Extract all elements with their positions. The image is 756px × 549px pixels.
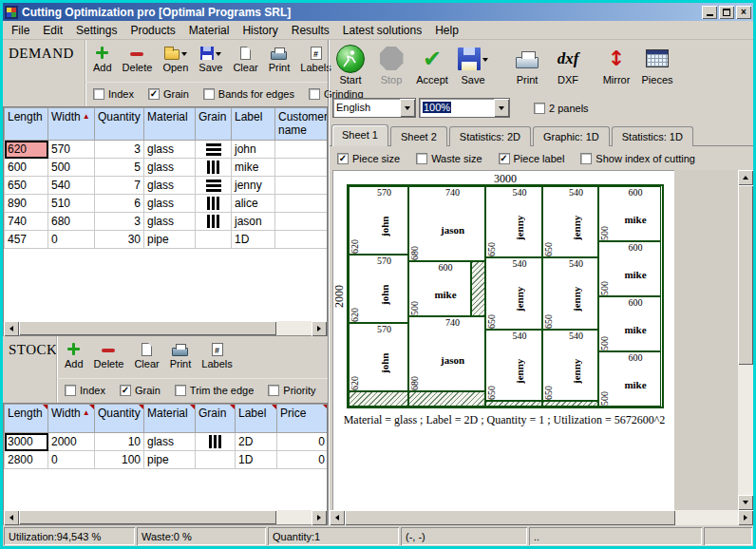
column-header-price[interactable]: Price	[277, 405, 329, 433]
print-button[interactable]: Print	[510, 43, 544, 85]
cell-price[interactable]: 0	[277, 433, 329, 451]
checkbox-grain[interactable]: ✓Grain	[120, 385, 161, 396]
cell-length[interactable]: 2800	[5, 451, 48, 469]
scroll-thumb[interactable]	[345, 510, 675, 525]
column-header-grain[interactable]: Grain	[196, 108, 232, 141]
scroll-track[interactable]	[738, 185, 753, 495]
scroll-left-button[interactable]	[4, 510, 19, 525]
tab-sheet-2[interactable]: Sheet 2	[390, 126, 447, 146]
scroll-left-button[interactable]	[330, 510, 345, 525]
cell-customer[interactable]	[275, 141, 329, 159]
accept-button[interactable]: ✔Accept	[415, 43, 449, 85]
scroll-track[interactable]	[345, 510, 738, 525]
scroll-thumb[interactable]	[19, 321, 276, 335]
cell-grain[interactable]	[196, 141, 232, 159]
add-button[interactable]: Add	[65, 340, 84, 369]
cell-length[interactable]: 600	[5, 159, 48, 177]
delete-button[interactable]: Delete	[94, 340, 124, 369]
cell-width[interactable]: 0	[48, 451, 95, 469]
maximize-button[interactable]	[719, 6, 734, 19]
cell-customer[interactable]	[275, 159, 329, 177]
cell-quantity[interactable]: 6	[95, 195, 144, 213]
cell-material[interactable]: glass	[144, 159, 196, 177]
cell-material[interactable]: glass	[144, 213, 196, 231]
cell-length[interactable]: 650	[5, 177, 48, 195]
scroll-down-button[interactable]	[738, 495, 753, 510]
cell-customer[interactable]	[275, 213, 329, 231]
pieces-button[interactable]: Pieces	[640, 43, 674, 85]
menu-item-history[interactable]: History	[236, 21, 284, 40]
cell-material[interactable]: glass	[144, 177, 196, 195]
scroll-right-button[interactable]	[312, 321, 327, 336]
tab-graphic-1d[interactable]: Graphic: 1D	[533, 126, 610, 146]
column-header-material[interactable]: Material	[144, 405, 196, 433]
tab-statistics-2d[interactable]: Statistics: 2D	[449, 126, 531, 146]
cell-grain[interactable]	[196, 195, 232, 213]
cell-grain[interactable]	[196, 231, 232, 249]
cell-label[interactable]: alice	[232, 195, 275, 213]
diagram-vertical-scrollbar[interactable]	[738, 170, 753, 510]
column-header-customer-name[interactable]: Customer name	[275, 108, 329, 141]
zoom-dropdown-button[interactable]	[494, 99, 509, 117]
checkbox-index[interactable]: Index	[65, 385, 105, 396]
scroll-track[interactable]	[19, 510, 312, 524]
print-button[interactable]: Print	[170, 340, 192, 369]
column-header-length[interactable]: Length	[5, 405, 48, 433]
checkbox-grain[interactable]: ✓Grain	[148, 88, 189, 100]
cell-grain[interactable]	[196, 177, 232, 195]
cell-material[interactable]: glass	[144, 141, 196, 159]
cell-material[interactable]: glass	[144, 433, 196, 451]
column-header-label[interactable]: Label	[232, 108, 275, 141]
labels-button[interactable]: Labels	[201, 340, 232, 369]
column-header-quantity[interactable]: Quantity	[95, 405, 144, 433]
cell-customer[interactable]	[275, 231, 329, 249]
cell-length[interactable]: 3000	[5, 433, 48, 451]
column-header-length[interactable]: Length	[5, 108, 48, 141]
cell-quantity[interactable]: 3	[95, 213, 144, 231]
demand-table-horizontal-scrollbar[interactable]	[3, 321, 328, 336]
cell-quantity[interactable]: 7	[95, 177, 144, 195]
checkbox-2-panels[interactable]: 2 panels	[534, 103, 589, 114]
zoom-select[interactable]: 100%	[419, 98, 510, 118]
cell-length[interactable]: 740	[5, 213, 48, 231]
checkbox-priority[interactable]: Priority	[268, 385, 315, 396]
tab-statistics-1d[interactable]: Statistics: 1D	[612, 126, 693, 146]
scroll-thumb[interactable]	[19, 510, 276, 524]
cell-quantity[interactable]: 5	[95, 159, 144, 177]
menu-item-edit[interactable]: Edit	[36, 21, 69, 40]
checkbox-index[interactable]: Index	[93, 88, 134, 100]
cell-label[interactable]: 1D	[236, 451, 277, 469]
column-header-width[interactable]: Width▲	[48, 405, 95, 433]
language-dropdown-button[interactable]	[400, 99, 415, 117]
menu-item-help[interactable]: Help	[428, 21, 465, 40]
cell-label[interactable]: john	[232, 141, 275, 159]
column-header-material[interactable]: Material	[144, 108, 196, 141]
cell-width[interactable]: 570	[48, 141, 95, 159]
cell-label[interactable]: 1D	[232, 231, 275, 249]
close-button[interactable]: ×	[736, 6, 751, 19]
scroll-right-button[interactable]	[312, 510, 327, 525]
cell-material[interactable]: pipe	[144, 231, 196, 249]
cell-label[interactable]: jenny	[232, 177, 275, 195]
menu-item-latest-solutions[interactable]: Latest solutions	[336, 21, 428, 40]
cell-grain[interactable]	[196, 451, 236, 469]
cell-length[interactable]: 620	[5, 141, 48, 159]
tab-sheet-1[interactable]: Sheet 1	[331, 124, 388, 146]
column-header-quantity[interactable]: Quantity	[95, 108, 144, 141]
start-button[interactable]: Start	[333, 43, 368, 85]
cell-quantity[interactable]: 100	[95, 451, 144, 469]
labels-button[interactable]: Labels	[300, 44, 331, 73]
scroll-left-button[interactable]	[4, 321, 19, 336]
save-button[interactable]: Save	[456, 43, 490, 85]
cell-customer[interactable]	[275, 177, 329, 195]
scroll-track[interactable]	[19, 321, 312, 335]
delete-button[interactable]: Delete	[123, 44, 153, 73]
scroll-up-button[interactable]	[738, 170, 753, 185]
dropdown-arrow-icon[interactable]	[181, 52, 187, 59]
cell-width[interactable]: 0	[48, 231, 95, 249]
diagram-horizontal-scrollbar[interactable]	[330, 510, 753, 525]
checkbox-piece-label[interactable]: ✓Piece label	[499, 153, 565, 164]
cell-quantity[interactable]: 3	[95, 141, 144, 159]
checkbox-bands-for-edges[interactable]: Bands for edges	[203, 88, 294, 100]
cell-width[interactable]: 500	[48, 159, 95, 177]
